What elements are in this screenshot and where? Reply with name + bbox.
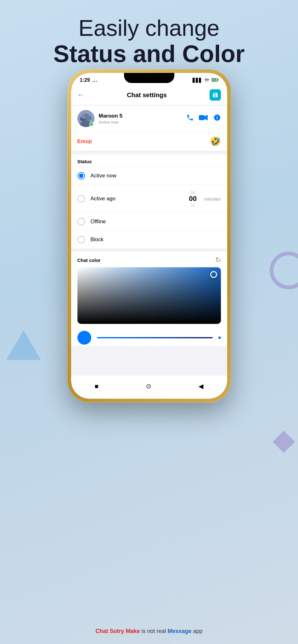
radio-offline[interactable] [77,218,85,225]
emoji-value[interactable]: 🤣 [210,136,221,147]
status-label-active-ago: Active ago [91,196,183,202]
save-button[interactable] [210,89,221,101]
color-slider[interactable] [97,337,213,338]
status-dots: ... [93,77,98,83]
status-bar-left: 1:29 ... [80,77,98,83]
contact-name: Maroon 5 [99,113,182,119]
app-title: Chat settings [127,92,167,99]
radio-block[interactable] [77,236,85,243]
status-label-active-now: Active now [91,173,221,179]
nav-circle-button[interactable]: ⊙ [143,380,154,392]
notch [124,73,174,83]
svg-rect-10 [199,115,205,120]
info-button[interactable]: i [213,114,221,123]
color-cursor[interactable] [210,271,217,278]
footer-end: app [193,628,203,634]
contact-info: Maroon 5 Active now [99,113,182,125]
radio-active-now[interactable] [77,172,85,180]
svg-point-12 [205,117,207,118]
status-time: 1:29 [80,77,90,83]
deco-diamond [273,431,295,453]
spinner-below: 01 [190,203,195,208]
footer-middle: is not real [141,628,166,634]
color-thumb-row [71,328,227,346]
wifi-icon [204,78,210,83]
status-label-block: Block [91,236,221,243]
status-option-active-now[interactable]: Active now [71,167,227,185]
back-button[interactable]: ← [77,91,84,99]
status-label-offline: Offline [91,219,221,225]
status-section: Status Active now Active ago 58 [71,154,227,248]
contact-row: Maroon 5 Active now [71,106,227,131]
phone-frame: 1:29 ... ▋▋▋ [67,69,231,402]
radio-inner-active-now [79,174,83,178]
bottom-nav: ■ ⊙ ◀ [71,375,227,399]
footer-brand-name: Chat Sotry Make [95,628,140,634]
svg-point-9 [85,114,89,118]
app-header: ← Chat settings [71,86,227,105]
color-dot [218,336,221,339]
avatar-wrap [77,110,94,127]
emoji-label[interactable]: Emoji [77,138,92,145]
contact-status-text: Active now [99,120,182,125]
contact-actions: i [186,114,221,123]
spinner-value: 00 [189,195,196,203]
spinner-above: 58 [190,190,195,195]
header-line2: Status and Color [0,41,298,67]
status-option-active-ago[interactable]: Active ago 58 00 01 minutes [71,185,227,213]
header-line1: Easily change [0,16,298,41]
status-option-offline[interactable]: Offline [71,213,227,230]
footer-disclaimer: Chat Sotry Make is not real Message app [95,628,202,635]
deco-triangle [6,330,41,360]
color-header: Chat color ↻ [71,252,227,267]
svg-rect-2 [212,79,216,81]
phone-call-button[interactable] [186,114,194,123]
deco-circle [270,252,298,289]
color-picker[interactable] [77,267,221,324]
status-bar-right: ▋▋▋ [193,78,218,83]
minutes-label: minutes [204,196,221,202]
page-header: Easily change Status and Color [0,0,298,76]
emoji-row: Emoji 🤣 [71,132,227,151]
color-section-title: Chat color [77,258,101,263]
svg-rect-1 [217,79,218,80]
video-call-button[interactable] [199,114,208,123]
refresh-color-button[interactable]: ↻ [215,256,221,264]
battery-icon [211,78,218,83]
color-gradient [77,267,221,324]
phone-inner: 1:29 ... ▋▋▋ [71,73,227,399]
phone-container: 1:29 ... ▋▋▋ [67,69,231,402]
phone-screen: 1:29 ... ▋▋▋ [71,73,227,399]
online-dot [89,122,94,126]
signal-icon: ▋▋▋ [193,78,202,83]
nav-square-button[interactable]: ■ [92,380,101,392]
radio-active-ago[interactable] [77,195,85,203]
svg-text:i: i [216,115,218,120]
status-section-title: Status [71,154,227,167]
minutes-spinner[interactable]: 58 00 01 [189,190,196,208]
status-option-block[interactable]: Block [71,230,227,248]
color-thumb[interactable] [77,331,91,345]
color-section: Chat color ↻ [71,252,227,346]
nav-back-button[interactable]: ◀ [196,380,206,392]
footer-app-name: Message [168,628,192,634]
